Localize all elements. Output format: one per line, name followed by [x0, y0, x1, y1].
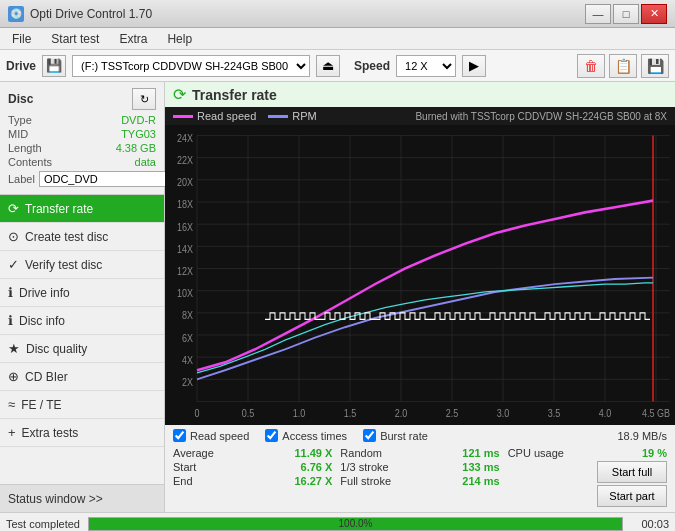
- nav-disc-quality[interactable]: ★ Disc quality: [0, 335, 164, 363]
- menu-bar: File Start test Extra Help: [0, 28, 675, 50]
- minimize-button[interactable]: —: [585, 4, 611, 24]
- stroke-1-3-row: 1/3 stroke 133 ms: [340, 460, 499, 474]
- svg-rect-0: [165, 125, 675, 425]
- nav-create-test-disc[interactable]: ⊙ Create test disc: [0, 223, 164, 251]
- svg-text:12X: 12X: [177, 265, 193, 277]
- avg-value: 11.49 X: [287, 447, 332, 459]
- checkbox-burst-rate-label: Burst rate: [380, 430, 428, 442]
- random-value: 121 ms: [455, 447, 500, 459]
- stats-col3: CPU usage 19 % Start full Start part: [508, 446, 667, 508]
- full-stroke-row: Full stroke 214 ms: [340, 474, 499, 488]
- menu-file[interactable]: File: [4, 30, 39, 48]
- nav-disc-info[interactable]: ℹ Disc info: [0, 307, 164, 335]
- end-label: End: [173, 475, 193, 487]
- checkbox-burst-rate[interactable]: Burst rate: [363, 429, 428, 442]
- toolbar-icons: 🗑 📋 💾: [577, 54, 669, 78]
- menu-extra[interactable]: Extra: [111, 30, 155, 48]
- nav-cd-bler-label: CD BIer: [25, 370, 68, 384]
- speed-label: Speed: [354, 59, 390, 73]
- svg-text:24X: 24X: [177, 132, 193, 144]
- avg-label: Average: [173, 447, 214, 459]
- chart-title: Transfer rate: [192, 87, 277, 103]
- drive-info-icon: ℹ: [8, 285, 13, 300]
- status-time: 00:03: [631, 518, 669, 530]
- stats-col1: Average 11.49 X Start 6.76 X End 16.27 X: [173, 446, 332, 508]
- menu-help[interactable]: Help: [159, 30, 200, 48]
- nav-transfer-rate-label: Transfer rate: [25, 202, 93, 216]
- disc-info-icon: ℹ: [8, 313, 13, 328]
- svg-text:3.5: 3.5: [548, 407, 561, 419]
- transfer-rate-icon: ⟳: [8, 201, 19, 216]
- nav-drive-info-label: Drive info: [19, 286, 70, 300]
- burst-rate-checkbox[interactable]: [363, 429, 376, 442]
- speed-icon[interactable]: ▶: [462, 55, 486, 77]
- disc-length-label: Length: [8, 142, 42, 154]
- stats-grid: Average 11.49 X Start 6.76 X End 16.27 X: [173, 446, 667, 508]
- disc-header: Disc ↻: [8, 88, 156, 110]
- svg-text:14X: 14X: [177, 243, 193, 255]
- chart-checkboxes: Read speed Access times Burst rate 18.9 …: [173, 429, 667, 442]
- legend-rpm-label: RPM: [292, 110, 316, 122]
- svg-text:22X: 22X: [177, 154, 193, 166]
- full-stroke-label: Full stroke: [340, 475, 391, 487]
- disc-quality-icon: ★: [8, 341, 20, 356]
- legend-burn-info: Burned with TSSTcorp CDDVDW SH-224GB SB0…: [415, 111, 667, 122]
- legend-read-speed: Read speed: [173, 110, 256, 122]
- sidebar: Disc ↻ Type DVD-R MID TYG03 Length 4.38 …: [0, 82, 165, 512]
- access-times-checkbox[interactable]: [265, 429, 278, 442]
- nav-cd-bler[interactable]: ⊕ CD BIer: [0, 363, 164, 391]
- nav-fe-te-label: FE / TE: [21, 398, 61, 412]
- title-bar-left: 💿 Opti Drive Control 1.70: [8, 6, 152, 22]
- rpm-color: [268, 115, 288, 118]
- maximize-button[interactable]: □: [613, 4, 639, 24]
- copy-icon[interactable]: 📋: [609, 54, 637, 78]
- disc-refresh-icon[interactable]: ↻: [132, 88, 156, 110]
- app-title: Opti Drive Control 1.70: [30, 7, 152, 21]
- svg-text:1.0: 1.0: [293, 407, 306, 419]
- nav-menu: ⟳ Transfer rate ⊙ Create test disc ✓ Ver…: [0, 195, 164, 447]
- svg-text:0.5: 0.5: [242, 407, 255, 419]
- start-full-button[interactable]: Start full: [597, 461, 667, 483]
- close-button[interactable]: ✕: [641, 4, 667, 24]
- checkbox-access-times[interactable]: Access times: [265, 429, 347, 442]
- save-icon[interactable]: 💾: [641, 54, 669, 78]
- svg-text:2.5: 2.5: [446, 407, 459, 419]
- chart-header-icon: ⟳: [173, 85, 186, 104]
- burst-rate-value: 18.9 MB/s: [617, 430, 667, 442]
- start-part-button[interactable]: Start part: [597, 485, 667, 507]
- status-text: Test completed: [6, 518, 80, 530]
- nav-create-test-disc-label: Create test disc: [25, 230, 108, 244]
- speed-select[interactable]: 12 X: [396, 55, 456, 77]
- nav-extra-tests-label: Extra tests: [22, 426, 79, 440]
- erase-icon[interactable]: 🗑: [577, 54, 605, 78]
- status-window-button[interactable]: Status window >>: [0, 484, 164, 512]
- svg-text:4.5 GB: 4.5 GB: [642, 407, 670, 419]
- disc-contents-row: Contents data: [8, 156, 156, 168]
- nav-extra-tests[interactable]: + Extra tests: [0, 419, 164, 447]
- disc-section: Disc ↻ Type DVD-R MID TYG03 Length 4.38 …: [0, 82, 164, 195]
- extra-tests-icon: +: [8, 425, 16, 440]
- stroke-1-3-value: 133 ms: [455, 461, 500, 473]
- nav-verify-test-disc[interactable]: ✓ Verify test disc: [0, 251, 164, 279]
- drive-select[interactable]: (F:) TSSTcorp CDDVDW SH-224GB SB00: [72, 55, 310, 77]
- read-speed-checkbox[interactable]: [173, 429, 186, 442]
- fe-te-icon: ≈: [8, 397, 15, 412]
- svg-text:6X: 6X: [182, 331, 193, 343]
- disc-title: Disc: [8, 92, 33, 106]
- svg-text:8X: 8X: [182, 309, 193, 321]
- checkbox-read-speed[interactable]: Read speed: [173, 429, 249, 442]
- cd-bler-icon: ⊕: [8, 369, 19, 384]
- random-label: Random: [340, 447, 382, 459]
- disc-label-row: Label ⚙: [8, 170, 156, 188]
- svg-text:2X: 2X: [182, 376, 193, 388]
- legend-rpm: RPM: [268, 110, 316, 122]
- nav-drive-info[interactable]: ℹ Drive info: [0, 279, 164, 307]
- nav-fe-te[interactable]: ≈ FE / TE: [0, 391, 164, 419]
- nav-transfer-rate[interactable]: ⟳ Transfer rate: [0, 195, 164, 223]
- menu-start-test[interactable]: Start test: [43, 30, 107, 48]
- drive-eject-icon[interactable]: ⏏: [316, 55, 340, 77]
- status-window-label: Status window >>: [8, 492, 103, 506]
- full-stroke-value: 214 ms: [455, 475, 500, 487]
- chart-canvas: 24X 22X 20X 18X 16X 14X 12X 10X 8X 6X 4X…: [165, 125, 675, 425]
- disc-type-label: Type: [8, 114, 32, 126]
